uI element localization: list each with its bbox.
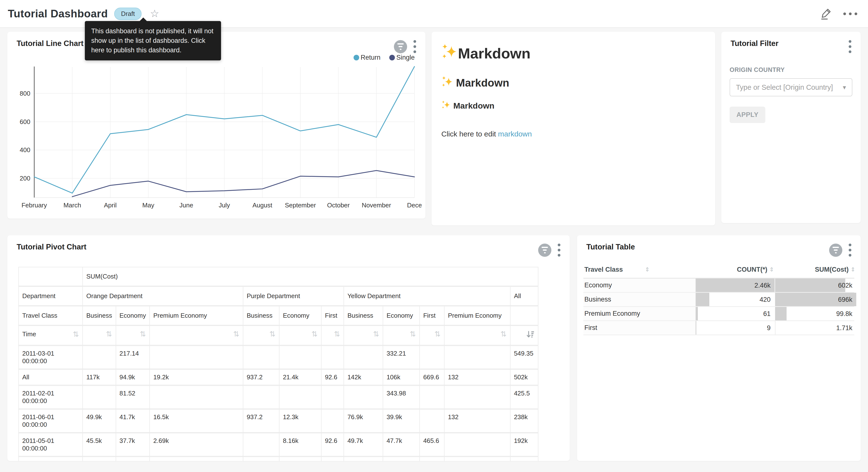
status-badge[interactable]: Draft — [114, 7, 142, 20]
sum-cost-bar — [775, 321, 775, 334]
markdown-h1: Markdown — [441, 43, 705, 63]
filter-indicator-icon[interactable] — [829, 243, 842, 257]
travel-class-cell: Business — [583, 293, 696, 306]
pivot-value-cell: 94.9k — [116, 370, 150, 386]
kebab-menu-icon[interactable] — [848, 39, 852, 54]
star-icon[interactable]: ☆ — [150, 8, 159, 19]
pivot-value-cell — [444, 433, 510, 457]
pivot-value-cell: 669.6 — [420, 370, 444, 386]
pivot-department-row: DepartmentOrange DepartmentPurple Depart… — [19, 287, 538, 306]
sort-icon[interactable]: ⇅ — [106, 330, 112, 338]
column-header-sum-cost[interactable]: SUM(Cost)⇕ — [774, 266, 855, 273]
legend-item-return[interactable]: Return — [353, 54, 380, 61]
pivot-value-cell: 37.7k — [116, 433, 150, 457]
sort-icon[interactable]: ⇅ — [311, 330, 318, 338]
pivot-sort-cell: ⇅ — [321, 326, 344, 346]
pivot-value-cell: 49.9k — [83, 410, 116, 433]
sum-cost-bar — [775, 278, 845, 292]
pivot-value-cell: 15.9k — [344, 457, 383, 461]
pivot-value-cell: 132 — [444, 410, 510, 433]
pivot-value-cell: 41.7k — [116, 410, 150, 433]
pivot-value-cell — [444, 386, 510, 410]
count-value: 61 — [763, 310, 771, 318]
count-value: 420 — [760, 296, 771, 303]
pivot-value-cell: 238k — [510, 410, 538, 433]
origin-country-select[interactable]: Type or Select [Origin Country] ▾ — [730, 78, 852, 96]
x-tick-label: May — [142, 202, 154, 209]
pivot-value-cell: 12.3k — [279, 410, 321, 433]
pivot-sort-cell: ⇅ — [243, 326, 279, 346]
pivot-chart-card: Tutorial Pivot Chart SUM(Cost)Department… — [7, 235, 570, 461]
column-header-count[interactable]: COUNT(*)⇕ — [695, 266, 774, 273]
legend-label: Return — [361, 54, 380, 61]
sparkles-icon — [441, 100, 451, 111]
sort-icon[interactable]: ⇅ — [373, 330, 379, 338]
kebab-menu-icon[interactable] — [557, 243, 561, 258]
count-value: 2.46k — [754, 282, 771, 289]
pivot-value-cell — [243, 457, 279, 461]
page-title: Tutorial Dashboard — [8, 7, 108, 20]
x-tick-label: October — [327, 202, 350, 209]
pivot-data-row: 2011-02-01 00:00:0081.52343.98425.5 — [19, 386, 538, 410]
edit-icon[interactable] — [820, 7, 833, 21]
pivot-value-cell: 425.5 — [510, 386, 538, 410]
sum-cost-value: 99.8k — [836, 310, 852, 318]
sort-icon[interactable]: ⇅ — [270, 330, 276, 338]
apply-button[interactable]: APPLY — [730, 107, 765, 123]
sum-cost-value: 1.71k — [836, 324, 852, 332]
filter-indicator-icon[interactable] — [538, 243, 551, 257]
table-row[interactable]: Premium Economy6199.8k — [583, 307, 854, 321]
sort-icon[interactable]: ⇅ — [500, 330, 507, 338]
pivot-chart-title: Tutorial Pivot Chart — [17, 243, 86, 252]
pivot-value-cell — [321, 386, 344, 410]
pivot-row1-label: Department — [19, 287, 83, 306]
table-row[interactable]: Business420696k — [583, 293, 854, 307]
sum-cost-value: 602k — [838, 282, 852, 289]
filter-indicator-icon[interactable] — [394, 40, 407, 53]
pivot-value-cell — [150, 386, 243, 410]
pivot-value-cell — [243, 386, 279, 410]
pivot-sort-label-cell: Time⇅ — [19, 326, 83, 346]
pivot-value-cell: 549.35 — [510, 346, 538, 370]
pivot-corner-cell — [19, 267, 83, 287]
pivot-sort-cell: ⇅ — [150, 326, 243, 346]
edit-markdown-link[interactable]: markdown — [498, 130, 532, 138]
column-header-travel-class[interactable]: Travel Class⇕ — [583, 266, 695, 273]
pivot-value-cell: 106k — [383, 370, 420, 386]
table-row[interactable]: First91.71k — [583, 321, 854, 335]
x-tick-label: September — [285, 202, 316, 209]
pivot-value-cell: 465.6 — [420, 433, 444, 457]
pivot-value-cell: 15.2k — [116, 457, 150, 461]
table-card: Tutorial Table Travel Class⇕ COUNT(*)⇕ S… — [577, 235, 861, 461]
sort-icon[interactable]: ⇅ — [140, 330, 146, 338]
line-chart-plot: FebruaryMarchAprilMayJuneJulyAugustSepte… — [7, 66, 423, 215]
publish-tooltip[interactable]: This dashboard is not published, it will… — [85, 21, 221, 60]
pivot-subcol-header: Economy — [116, 306, 150, 326]
pivot-value-cell: 19.2k — [150, 370, 243, 386]
pivot-sort-cell: ⇅ — [83, 326, 116, 346]
sort-icon[interactable]: ⇅ — [334, 330, 340, 338]
pivot-metric-header: SUM(Cost) — [83, 267, 538, 287]
sort-icon[interactable]: ⇅ — [434, 330, 441, 338]
legend-item-single[interactable]: Single — [389, 54, 415, 61]
sort-icon[interactable]: ⇅ — [233, 330, 239, 338]
sort-desc-icon[interactable] — [526, 330, 534, 341]
markdown-card: Markdown Markdown Markdown Click here to… — [432, 32, 715, 226]
pivot-sort-cell: ⇅ — [420, 326, 444, 346]
y-tick-label: 400 — [20, 146, 30, 154]
pivot-subcol-header — [510, 306, 538, 326]
table-header-row: Travel Class⇕ COUNT(*)⇕ SUM(Cost)⇕ — [583, 266, 854, 278]
sort-icon[interactable]: ⇅ — [410, 330, 416, 338]
sort-icon[interactable]: ⇅ — [73, 331, 79, 338]
kebab-menu-icon[interactable] — [412, 39, 417, 54]
markdown-paragraph: Click here to edit markdown — [441, 130, 705, 138]
ellipsis-menu-icon[interactable] — [843, 12, 857, 15]
x-tick-label: February — [22, 202, 47, 209]
pivot-value-cell — [321, 457, 344, 461]
pivot-value-cell: 927.77 — [279, 457, 321, 461]
pivot-subcol-header: Business — [344, 306, 383, 326]
table-row[interactable]: Economy2.46k602k — [583, 278, 854, 293]
y-tick-label: 200 — [20, 175, 30, 182]
pivot-value-cell — [420, 410, 444, 433]
kebab-menu-icon[interactable] — [848, 243, 852, 258]
